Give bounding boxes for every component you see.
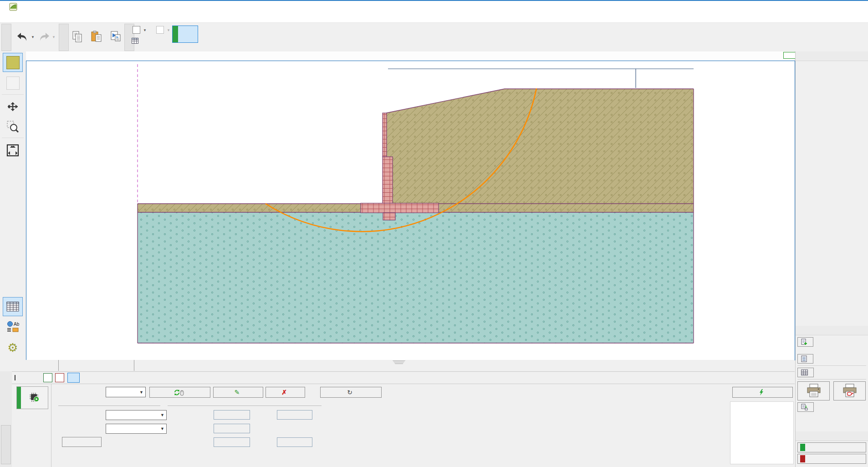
finish-send-button[interactable] [797, 442, 866, 452]
verification-results [329, 398, 484, 403]
redo-dropdown[interactable]: ▾ [51, 34, 56, 40]
fit-view-button[interactable] [3, 141, 23, 160]
redo-icon [38, 31, 51, 42]
tables-button[interactable] [3, 297, 23, 316]
chevron-down-icon: ▼ [160, 413, 166, 417]
red-x-icon: ✗ [281, 389, 287, 395]
print-preview-icon [109, 30, 123, 44]
replace-graphically-button[interactable] [149, 387, 210, 398]
frame-grip[interactable] [15, 375, 15, 380]
undo-dropdown[interactable]: ▾ [30, 34, 36, 40]
drawing-canvas[interactable] [26, 61, 795, 360]
circular-arrow-icon: ↻ [347, 389, 352, 395]
pencil-icon: ✎ [235, 389, 240, 395]
slip-surface-select[interactable]: ▼ [106, 387, 146, 397]
finish-nosend-button[interactable] [797, 454, 866, 464]
status-bar [26, 360, 795, 371]
view-2d-button[interactable] [3, 53, 23, 72]
wall-upper-stem [383, 113, 387, 157]
lightning-icon [759, 389, 764, 395]
center-z-input[interactable] [277, 410, 312, 420]
wall-lower-stem [383, 157, 393, 204]
clipboard-tab[interactable] [59, 24, 69, 51]
remove-phase-button[interactable] [156, 26, 164, 34]
print-document-button[interactable] [797, 381, 830, 400]
outputs-section [796, 326, 868, 414]
print-preview-button[interactable] [107, 26, 124, 47]
drawing-settings-icon: Ab [5, 321, 20, 334]
zoom-select-button[interactable] [3, 117, 23, 136]
addon-manager-icon [801, 369, 808, 375]
paste-icon [90, 30, 103, 44]
controls-section [796, 431, 868, 465]
table-icon [132, 38, 138, 44]
close-button[interactable] [847, 2, 862, 13]
app-window: ▾ ▾ ▾ [0, 0, 868, 467]
analysis-frame-tab[interactable] [1, 425, 11, 464]
title-bar [0, 1, 868, 13]
undo-icon [16, 31, 29, 42]
analysis-1-button[interactable] [67, 373, 80, 383]
separator [797, 379, 866, 380]
compute-button[interactable] [16, 386, 48, 409]
restrictions-button[interactable] [62, 437, 102, 447]
calc-type-select[interactable]: ▼ [106, 424, 167, 434]
zoom-icon [6, 120, 20, 133]
green-block-icon [800, 444, 805, 451]
chip-icon [29, 392, 40, 402]
alpha2-input[interactable] [277, 437, 312, 447]
pan-icon [6, 100, 20, 113]
detailed-results-button[interactable] [732, 387, 793, 398]
radius-input[interactable] [214, 424, 250, 433]
copy-view-button[interactable] [797, 402, 814, 412]
outputs-header[interactable] [796, 326, 868, 335]
alpha1-input[interactable] [214, 437, 250, 447]
modes-list [796, 61, 868, 63]
paste-button[interactable] [88, 26, 105, 47]
2d-icon [6, 56, 20, 69]
copy-icon [71, 30, 84, 44]
remove-phase-dropdown[interactable]: ▾ [166, 27, 171, 33]
controls-header[interactable] [796, 431, 868, 441]
pan-button[interactable] [3, 97, 23, 116]
ruler-unit [783, 52, 796, 59]
splitter-grip[interactable] [393, 360, 405, 364]
panel-separator [51, 384, 51, 467]
view-3d-button[interactable] [3, 73, 23, 92]
cross-section-drawing [26, 61, 795, 360]
add-picture-button[interactable] [797, 337, 813, 347]
remove-button[interactable]: ✗ [266, 387, 305, 398]
add-phase-dropdown[interactable]: ▾ [142, 27, 148, 33]
red-block-icon [800, 455, 805, 462]
surcharge-load [388, 69, 694, 88]
modes-header[interactable] [796, 51, 868, 61]
convert-polygon-button[interactable]: ↻ [320, 387, 382, 398]
remove-analysis-button[interactable] [55, 373, 64, 382]
phase-1-button[interactable] [172, 26, 198, 43]
undo-button[interactable] [15, 28, 30, 46]
right-panel [795, 51, 868, 467]
addon-manager-button[interactable] [797, 368, 814, 377]
drawing-settings-button[interactable]: Ab [3, 318, 23, 337]
add-phase-button[interactable] [133, 26, 140, 34]
gear-icon: ⚙ [7, 342, 18, 354]
picture-list-button[interactable] [797, 354, 813, 364]
copy-view-icon [801, 404, 808, 411]
analysis-panel: ▼ ✎ ✗ ↻ [12, 384, 795, 467]
copy-button[interactable] [69, 26, 86, 47]
center-x-input[interactable] [214, 410, 250, 420]
total-count-row [796, 350, 868, 352]
printer-icon [806, 384, 822, 398]
print-picture-button[interactable] [833, 381, 866, 400]
wall-key [383, 213, 395, 220]
tables-icon [6, 301, 20, 312]
params-group-line [58, 405, 160, 406]
settings-gear-button[interactable]: ⚙ [3, 338, 23, 357]
add-analysis-button[interactable] [43, 373, 52, 382]
view-toolbar: Ab ⚙ [0, 51, 26, 360]
data-tab[interactable] [1, 24, 11, 51]
picture-list-icon [801, 355, 807, 362]
edit-textually-button[interactable]: ✎ [213, 387, 263, 398]
redo-button[interactable] [36, 28, 52, 46]
method-select[interactable]: ▼ [106, 410, 167, 420]
